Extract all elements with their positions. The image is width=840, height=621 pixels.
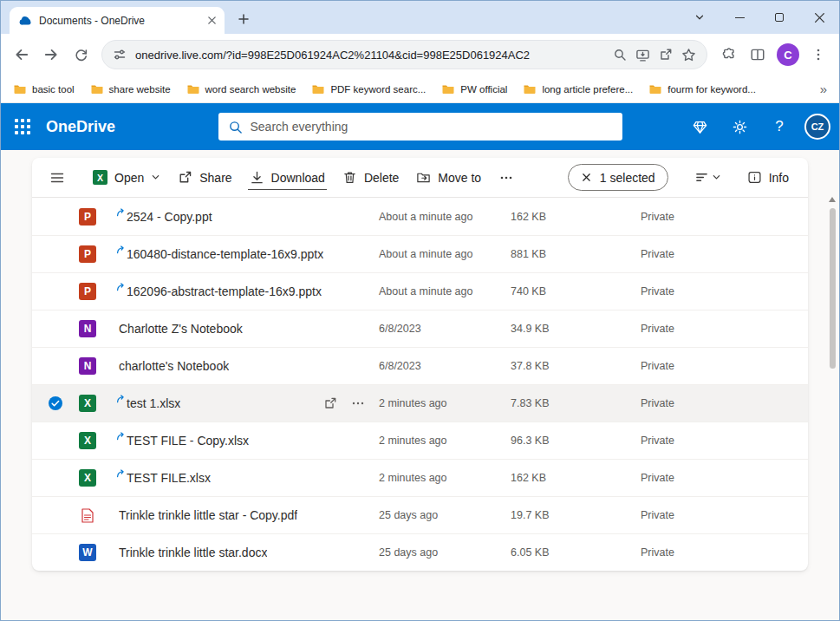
bookmarks-overflow-chevron[interactable]: » <box>813 75 827 102</box>
tab-search-chevron-icon[interactable] <box>680 1 720 34</box>
browser-profile-avatar[interactable]: C <box>777 43 799 66</box>
selected-check-icon[interactable] <box>48 395 63 411</box>
tab-close-icon[interactable] <box>204 13 219 29</box>
share-button[interactable]: Share <box>169 164 240 191</box>
file-sharing[interactable]: Private <box>641 248 808 260</box>
bookmark-item[interactable]: word search website <box>186 82 296 96</box>
file-row[interactable]: X TEST FILE.xlsx 2 minutes ago 162 KB Pr… <box>32 459 808 496</box>
selection-pill[interactable]: 1 selected <box>568 164 668 191</box>
file-sharing[interactable]: Private <box>641 472 808 484</box>
file-sharing[interactable]: Private <box>641 323 808 335</box>
vertical-scrollbar[interactable] <box>826 197 838 613</box>
file-modified: About a minute ago <box>379 248 511 260</box>
file-row[interactable]: P 2524 - Copy.ppt About a minute ago 162… <box>32 198 808 235</box>
window-minimize-button[interactable] <box>720 1 759 34</box>
extensions-puzzle-icon[interactable] <box>714 41 742 69</box>
file-size: 19.7 KB <box>511 509 641 521</box>
split-screen-icon[interactable] <box>744 41 772 69</box>
refresh-button[interactable] <box>67 41 94 69</box>
send-to-device-icon[interactable] <box>635 48 650 62</box>
file-size: 162 KB <box>511 211 641 223</box>
hamburger-menu-icon[interactable] <box>42 164 72 192</box>
file-sharing[interactable]: Private <box>641 546 808 559</box>
file-row[interactable]: N charlotte's Notebook 6/8/2023 37.8 KB … <box>32 347 808 384</box>
share-page-icon[interactable] <box>659 48 673 62</box>
file-sharing[interactable]: Private <box>641 285 808 297</box>
new-marker-icon <box>116 283 125 291</box>
browser-menu-icon[interactable] <box>804 41 832 69</box>
clear-selection-icon[interactable] <box>581 172 592 183</box>
settings-gear-icon[interactable] <box>720 106 759 147</box>
window-controls <box>680 1 839 34</box>
open-button[interactable]: X Open <box>84 164 169 191</box>
file-sharing[interactable]: Private <box>641 397 808 409</box>
browser-titlebar: Documents - OneDrive <box>1 1 839 34</box>
more-commands-button[interactable] <box>490 164 523 192</box>
sort-button[interactable] <box>689 164 726 191</box>
file-row[interactable]: W Trinkle trinkle little star.docx 25 da… <box>32 533 808 571</box>
file-name[interactable]: test 1.xlsx <box>127 396 180 410</box>
move-to-button[interactable]: Move to <box>407 164 490 191</box>
bookmarks-bar: basic tool share website word search web… <box>1 75 839 103</box>
browser-tab[interactable]: Documents - OneDrive <box>10 7 225 34</box>
file-sharing[interactable]: Private <box>641 435 808 447</box>
bookmark-item[interactable]: share website <box>90 82 171 96</box>
file-size: 7.83 KB <box>511 397 641 409</box>
site-settings-icon[interactable] <box>113 48 127 62</box>
address-bar[interactable]: onedrive.live.com/?id=998E25D061924AC2%2… <box>101 40 707 69</box>
file-row[interactable]: N Charlotte Z's Notebook 6/8/2023 34.9 K… <box>32 310 808 347</box>
window-maximize-button[interactable] <box>759 1 799 34</box>
powerpoint-file-icon: P <box>79 208 96 226</box>
bookmark-item[interactable]: fourm for keyword... <box>648 82 756 96</box>
file-name[interactable]: 160480-distance-template-16x9.pptx <box>127 247 323 261</box>
download-icon <box>250 170 264 185</box>
row-more-icon[interactable] <box>351 396 365 410</box>
file-row[interactable]: Trinkle trinkle little star - Copy.pdf 2… <box>32 496 808 533</box>
back-button[interactable] <box>8 41 36 69</box>
new-tab-button[interactable] <box>233 9 254 29</box>
file-row[interactable]: P 160480-distance-template-16x9.pptx Abo… <box>32 235 808 272</box>
file-size: 6.05 KB <box>511 546 641 559</box>
forward-button[interactable] <box>37 41 65 69</box>
file-sharing[interactable]: Private <box>641 509 808 521</box>
url-text[interactable]: onedrive.live.com/?id=998E25D061924AC2%2… <box>135 49 604 62</box>
file-row[interactable]: P 162096-abstract-template-16x9.pptx Abo… <box>32 272 808 310</box>
scroll-up-arrow-icon[interactable] <box>829 197 836 202</box>
bookmark-item[interactable]: long article prefere... <box>523 82 633 96</box>
bookmark-folder-icon <box>311 82 325 96</box>
bookmark-item[interactable]: basic tool <box>13 82 75 96</box>
file-name[interactable]: Trinkle trinkle little star - Copy.pdf <box>119 508 297 522</box>
bookmark-item[interactable]: PW official <box>441 82 507 96</box>
scrollbar-thumb[interactable] <box>830 208 836 369</box>
file-name[interactable]: Charlotte Z's Notebook <box>119 322 243 336</box>
bookmark-item[interactable]: PDF keyword searc... <box>311 82 426 96</box>
trash-icon <box>342 170 357 185</box>
file-name[interactable]: TEST FILE - Copy.xlsx <box>127 434 249 448</box>
file-name[interactable]: 162096-abstract-template-16x9.pptx <box>127 284 322 298</box>
file-name[interactable]: Trinkle trinkle little star.docx <box>119 546 267 559</box>
file-sharing[interactable]: Private <box>641 211 808 223</box>
file-sharing[interactable]: Private <box>641 360 808 372</box>
side-search-icon[interactable] <box>613 48 627 62</box>
excel-file-icon: X <box>79 395 96 412</box>
file-name[interactable]: charlotte's Notebook <box>119 359 229 373</box>
download-button[interactable]: Download <box>241 164 334 191</box>
excel-app-icon: X <box>93 170 107 185</box>
file-name[interactable]: 2524 - Copy.ppt <box>127 210 212 224</box>
file-row[interactable]: X test 1.xlsx 2 minutes ago 7.83 KB Priv… <box>32 384 808 422</box>
search-box[interactable] <box>218 113 622 141</box>
file-modified: About a minute ago <box>379 285 511 297</box>
window-close-button[interactable] <box>799 1 839 34</box>
search-input[interactable] <box>251 120 613 134</box>
delete-button[interactable]: Delete <box>334 164 407 191</box>
premium-diamond-icon[interactable] <box>680 106 720 147</box>
row-share-icon[interactable] <box>323 396 337 410</box>
onedrive-logo-text[interactable]: OneDrive <box>46 118 115 136</box>
help-button[interactable]: ? <box>759 106 799 147</box>
account-avatar[interactable]: CZ <box>804 114 830 140</box>
file-name[interactable]: TEST FILE.xlsx <box>127 471 211 485</box>
file-row[interactable]: X TEST FILE - Copy.xlsx 2 minutes ago 96… <box>32 422 808 459</box>
app-launcher-waffle-icon[interactable] <box>1 103 44 150</box>
info-button[interactable]: Info <box>739 164 798 191</box>
bookmark-star-icon[interactable] <box>681 48 696 62</box>
